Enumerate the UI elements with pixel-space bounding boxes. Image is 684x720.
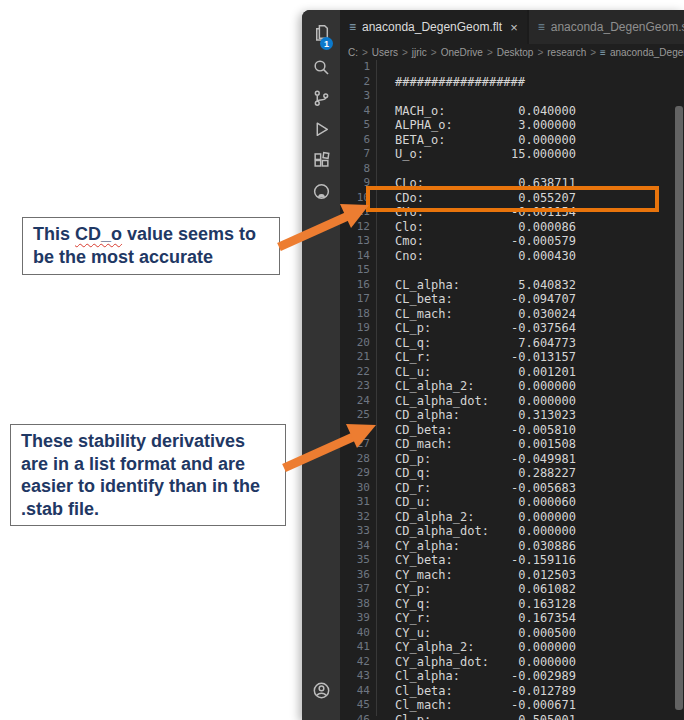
code-line: 40CY_u:0.000500: [340, 626, 684, 641]
tab-stab-file[interactable]: ≡ anaconda_DegenGeom.stab ●: [529, 10, 684, 44]
line-number: 36: [354, 568, 370, 583]
line-number: 16: [354, 278, 370, 293]
coefficient-name: [395, 162, 496, 177]
line-number: 39: [354, 611, 370, 626]
coefficient-value: -0.037564: [496, 321, 576, 336]
coefficient-name: CY_r:: [395, 611, 496, 626]
code-line: 16CL_alpha:5.040832: [340, 278, 684, 293]
code-line: 8: [340, 162, 684, 177]
coefficient-name: U_o:: [395, 147, 496, 162]
coefficient-name: CL_u:: [395, 365, 496, 380]
coefficient-name: CL_alpha:: [395, 278, 496, 293]
coefficient-value: 0.001201: [496, 365, 576, 380]
coefficient-value: 0.012503: [496, 568, 576, 583]
coefficient-value: -0.005683: [496, 481, 576, 496]
coefficient-value: -0.000579: [496, 234, 576, 249]
line-number: 40: [354, 626, 370, 641]
coefficient-name: MACH_o:: [395, 104, 496, 119]
editor-content[interactable]: 12##################34MACH_o:0.0400005AL…: [340, 60, 684, 720]
coefficient-name: [395, 60, 496, 75]
coefficient-name: CD_alpha_dot:: [395, 524, 496, 539]
coefficient-value: 0.001508: [496, 437, 576, 452]
breadcrumb-segment[interactable]: Users: [372, 47, 398, 58]
coefficient-value: 7.604773: [496, 336, 576, 351]
coefficient-name: CY_q:: [395, 597, 496, 612]
code-line: 25CD_alpha:0.313023: [340, 408, 684, 423]
code-line: 33CD_alpha_dot:0.000000: [340, 524, 684, 539]
coefficient-value: -0.094707: [496, 292, 576, 307]
coefficient-name: CD_p:: [395, 452, 496, 467]
annotation-note-cdo: This CD_o value seems to be the most acc…: [22, 217, 280, 275]
github-icon[interactable]: [312, 182, 331, 201]
coefficient-name: CD_alpha_2:: [395, 510, 496, 525]
breadcrumb-separator: >: [402, 47, 408, 58]
line-number: 30: [354, 481, 370, 496]
coefficient-name: [395, 263, 496, 278]
line-number: 12: [354, 220, 370, 235]
coefficient-value: 3.000000: [496, 118, 576, 133]
coefficient-name: ##################: [395, 75, 525, 90]
breadcrumb-separator: >: [362, 47, 368, 58]
code-line: 12Clo:0.000086: [340, 220, 684, 235]
search-icon[interactable]: [312, 58, 331, 77]
line-number: 6: [354, 133, 370, 148]
line-number: 41: [354, 640, 370, 655]
coefficient-name: CL_alpha_2:: [395, 379, 496, 394]
line-number: 3: [354, 89, 370, 104]
coefficient-name: CY_mach:: [395, 568, 496, 583]
source-control-icon[interactable]: [312, 89, 331, 108]
coefficient-value: 0.167354: [496, 611, 576, 626]
line-number: 31: [354, 495, 370, 510]
code-line: 44Cl_beta:-0.012789: [340, 684, 684, 699]
coefficient-name: Clo:: [395, 220, 496, 235]
code-line: 15: [340, 263, 684, 278]
extensions-icon[interactable]: [312, 151, 331, 170]
tab-label: anaconda_DegenGeom.stab: [551, 20, 684, 34]
coefficient-name: Cmo:: [395, 234, 496, 249]
note-text: This: [33, 224, 75, 244]
breadcrumb-segment[interactable]: C:: [348, 47, 358, 58]
line-number: 44: [354, 684, 370, 699]
coefficient-name: Cl_beta:: [395, 684, 496, 699]
line-number: 32: [354, 510, 370, 525]
line-number: 37: [354, 582, 370, 597]
coefficient-value: [496, 89, 576, 104]
line-number: 27: [354, 437, 370, 452]
breadcrumb-segment[interactable]: OneDrive: [441, 47, 483, 58]
coefficient-name: CY_u:: [395, 626, 496, 641]
coefficient-value: [496, 263, 576, 278]
breadcrumb-segment[interactable]: research: [547, 47, 586, 58]
coefficient-name: CY_alpha_2:: [395, 640, 496, 655]
line-number: 34: [354, 539, 370, 554]
coefficient-value: [525, 75, 605, 90]
coefficient-value: 0.000060: [496, 495, 576, 510]
line-number: 8: [354, 162, 370, 177]
code-line: 21CL_r:-0.013157: [340, 350, 684, 365]
tab-flt-file[interactable]: ≡ anaconda_DegenGeom.flt ×: [340, 10, 527, 44]
tab-bar: ≡ anaconda_DegenGeom.flt × ≡ anaconda_De…: [340, 10, 684, 44]
account-icon[interactable]: [312, 681, 331, 700]
code-line: 38CY_q:0.163128: [340, 597, 684, 612]
code-line: 5ALPHA_o:3.000000: [340, 118, 684, 133]
breadcrumb-separator: >: [537, 47, 543, 58]
breadcrumb-segment[interactable]: Desktop: [497, 47, 534, 58]
code-line: 19CL_p:-0.037564: [340, 321, 684, 336]
code-line: 32CD_alpha_2:0.000000: [340, 510, 684, 525]
coefficient-value: -0.159116: [496, 553, 576, 568]
breadcrumb-separator: >: [431, 47, 437, 58]
run-debug-icon[interactable]: [312, 120, 331, 139]
coefficient-name: CY_alpha:: [395, 539, 496, 554]
breadcrumb-separator: >: [487, 47, 493, 58]
code-line: 3: [340, 89, 684, 104]
code-line: 14Cno:0.000430: [340, 249, 684, 264]
coefficient-value: [496, 60, 576, 75]
breadcrumb-file[interactable]: anaconda_DegenGe: [610, 47, 684, 58]
breadcrumb-segment[interactable]: jjric: [412, 47, 427, 58]
coefficient-name: ALPHA_o:: [395, 118, 496, 133]
line-number: 21: [354, 350, 370, 365]
code-line: 4MACH_o:0.040000: [340, 104, 684, 119]
coefficient-value: -0.005810: [496, 423, 576, 438]
minimap-strip[interactable]: [675, 106, 683, 710]
line-number: 5: [354, 118, 370, 133]
close-icon[interactable]: ×: [510, 20, 518, 35]
